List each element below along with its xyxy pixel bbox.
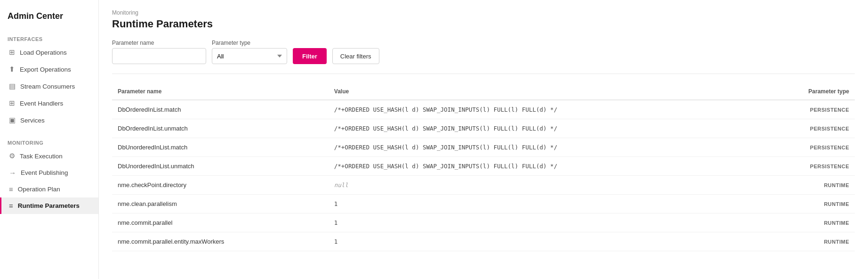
cell-param-name: DbUnorderedInList.match <box>112 138 329 157</box>
filter-button[interactable]: Filter <box>293 48 327 64</box>
param-name-input[interactable] <box>112 48 206 64</box>
sidebar-item-event-publishing[interactable]: → Event Publishing <box>0 164 98 181</box>
sidebar-item-label: Operation Plan <box>18 186 60 193</box>
sidebar-item-runtime-parameters[interactable]: ≡ Runtime Parameters <box>0 197 98 214</box>
app-logo: Admin Center <box>0 8 98 33</box>
table-row: DbUnorderedInList.unmatch/*+ORDERED USE_… <box>112 157 855 176</box>
operation-plan-icon: ≡ <box>9 185 13 193</box>
sidebar-item-label: Event Publishing <box>21 169 68 176</box>
sidebar-item-stream-consumers[interactable]: ▤ Stream Consumers <box>0 78 98 95</box>
sidebar-item-label: Runtime Parameters <box>18 202 80 209</box>
cell-param-type: PERSISTENCE <box>759 157 855 176</box>
sidebar-item-label: Load Operations <box>20 49 67 56</box>
cell-param-type: PERSISTENCE <box>759 100 855 119</box>
cell-param-type: RUNTIME <box>759 195 855 213</box>
cell-param-value: 1 <box>329 232 759 251</box>
sidebar-item-label: Event Handlers <box>20 100 63 107</box>
cell-param-type: RUNTIME <box>759 232 855 251</box>
table-row: nme.checkPoint.directorynullRUNTIME <box>112 176 855 195</box>
sidebar-item-event-handlers[interactable]: ⊞ Event Handlers <box>0 95 98 112</box>
sidebar-item-label: Task Execution <box>20 153 63 160</box>
table-row: nme.clean.parallelism1RUNTIME <box>112 195 855 213</box>
cell-param-name: DbOrderedInList.unmatch <box>112 119 329 138</box>
cell-param-type: RUNTIME <box>759 213 855 232</box>
stream-consumers-icon: ▤ <box>9 82 16 90</box>
section-label-interfaces: Interfaces <box>0 33 98 44</box>
sidebar-item-export-operations[interactable]: ⬆ Export Operations <box>0 61 98 78</box>
parameters-table-wrapper: Parameter name Value Parameter type DbOr… <box>112 83 855 251</box>
sidebar-item-services[interactable]: ▣ Services <box>0 112 98 129</box>
cell-param-value: null <box>329 176 759 195</box>
page-title: Runtime Parameters <box>112 18 855 30</box>
cell-param-value: /*+ORDERED USE_HASH(l d) SWAP_JOIN_INPUT… <box>329 119 759 138</box>
cell-param-value: 1 <box>329 195 759 213</box>
table-row: DbOrderedInList.unmatch/*+ORDERED USE_HA… <box>112 119 855 138</box>
col-header-name: Parameter name <box>112 83 329 100</box>
load-operations-icon: ⊞ <box>9 48 15 57</box>
cell-param-name: DbUnorderedInList.unmatch <box>112 157 329 176</box>
param-type-filter-group: Parameter type All PERSISTENCE RUNTIME <box>212 40 287 64</box>
sidebar-item-operation-plan[interactable]: ≡ Operation Plan <box>0 181 98 197</box>
cell-param-name: nme.commit.parallel.entity.maxWorkers <box>112 232 329 251</box>
table-header-row: Parameter name Value Parameter type <box>112 83 855 100</box>
cell-param-name: nme.clean.parallelism <box>112 195 329 213</box>
sidebar: Admin Center Interfaces ⊞ Load Operation… <box>0 0 99 279</box>
col-header-value: Value <box>329 83 759 100</box>
cell-param-name: DbOrderedInList.match <box>112 100 329 119</box>
cell-param-type: PERSISTENCE <box>759 138 855 157</box>
clear-filters-button[interactable]: Clear filters <box>332 48 379 64</box>
sidebar-item-label: Stream Consumers <box>20 83 75 90</box>
event-handlers-icon: ⊞ <box>9 99 15 107</box>
table-row: DbOrderedInList.match/*+ORDERED USE_HASH… <box>112 100 855 119</box>
runtime-parameters-icon: ≡ <box>9 202 13 210</box>
breadcrumb: Monitoring <box>112 9 855 16</box>
export-operations-icon: ⬆ <box>9 65 15 74</box>
cell-param-type: RUNTIME <box>759 176 855 195</box>
col-header-type: Parameter type <box>759 83 855 100</box>
cell-param-name: nme.checkPoint.directory <box>112 176 329 195</box>
table-row: nme.commit.parallel1RUNTIME <box>112 213 855 232</box>
cell-param-name: nme.commit.parallel <box>112 213 329 232</box>
cell-param-value: /*+ORDERED USE_HASH(l d) SWAP_JOIN_INPUT… <box>329 100 759 119</box>
table-row: DbUnorderedInList.match/*+ORDERED USE_HA… <box>112 138 855 157</box>
cell-param-type: PERSISTENCE <box>759 119 855 138</box>
cell-param-value: /*+ORDERED USE_HASH(l d) SWAP_JOIN_INPUT… <box>329 138 759 157</box>
param-type-label: Parameter type <box>212 40 287 46</box>
sidebar-item-label: Services <box>20 117 45 124</box>
main-content: Monitoring Runtime Parameters Parameter … <box>99 0 868 279</box>
sidebar-item-label: Export Operations <box>20 66 71 73</box>
param-type-select[interactable]: All PERSISTENCE RUNTIME <box>212 48 287 64</box>
sidebar-item-load-operations[interactable]: ⊞ Load Operations <box>0 44 98 61</box>
cell-param-value: /*+ORDERED USE_HASH(l d) SWAP_JOIN_INPUT… <box>329 157 759 176</box>
sidebar-item-task-execution[interactable]: ⚙ Task Execution <box>0 148 98 164</box>
services-icon: ▣ <box>9 116 16 124</box>
parameters-table: Parameter name Value Parameter type DbOr… <box>112 83 855 251</box>
section-label-monitoring: Monitoring <box>0 136 98 148</box>
event-publishing-icon: → <box>9 169 16 177</box>
cell-param-value: 1 <box>329 213 759 232</box>
param-name-filter-group: Parameter name <box>112 40 206 64</box>
table-row: nme.commit.parallel.entity.maxWorkers1RU… <box>112 232 855 251</box>
param-name-label: Parameter name <box>112 40 206 46</box>
task-execution-icon: ⚙ <box>9 152 15 160</box>
main-panel: Monitoring Runtime Parameters Parameter … <box>99 0 868 279</box>
filter-row: Parameter name Parameter type All PERSIS… <box>112 40 855 74</box>
